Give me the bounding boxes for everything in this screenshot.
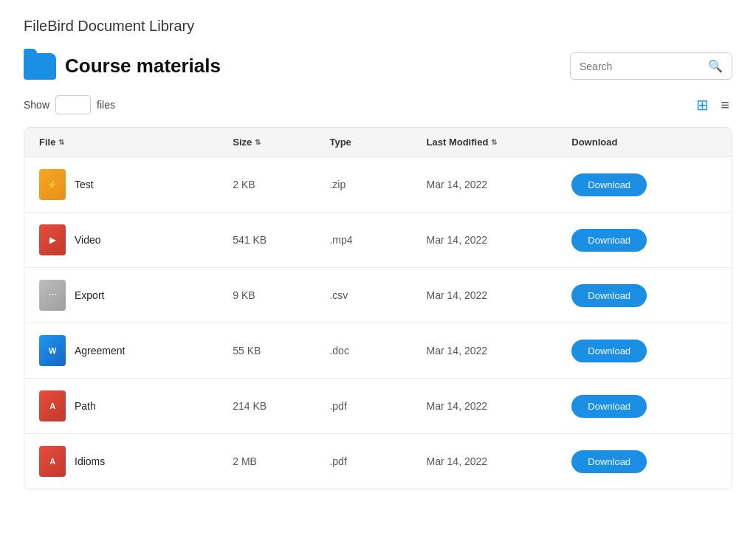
file-cell: ⋯ Export (39, 280, 233, 311)
download-cell: Download (571, 229, 717, 252)
download-button[interactable]: Download (571, 173, 647, 196)
file-type: .csv (329, 289, 426, 301)
file-name: Video (75, 234, 101, 246)
file-icon-doc: W (39, 335, 66, 366)
file-icon-mp4: ▶ (39, 224, 66, 255)
table-row: ⚡ Test 2 KB .zip Mar 14, 2022 Download (24, 157, 732, 213)
file-icon-symbol: ⋯ (49, 291, 57, 300)
col-size[interactable]: Size ⇅ (233, 137, 329, 148)
file-size: 55 KB (233, 345, 329, 357)
download-button[interactable]: Download (571, 229, 647, 252)
show-files-control: Show 10 files (24, 95, 115, 114)
file-icon-symbol: ⚡ (47, 180, 58, 190)
col-download: Download (571, 137, 717, 148)
file-table: File ⇅ Size ⇅ Type Last Modified ⇅ Downl… (24, 127, 732, 489)
file-name: Path (75, 400, 96, 412)
download-cell: Download (571, 340, 717, 362)
controls-row: Show 10 files ⊞ ≡ (24, 94, 732, 115)
col-file[interactable]: File ⇅ (39, 137, 233, 148)
file-cell: A Path (39, 390, 233, 421)
download-button[interactable]: Download (571, 395, 647, 418)
file-name: Export (75, 289, 104, 301)
file-name: Idioms (75, 455, 105, 467)
table-body: ⚡ Test 2 KB .zip Mar 14, 2022 Download ▶… (24, 157, 732, 489)
file-type: .pdf (329, 455, 426, 467)
file-modified: Mar 14, 2022 (427, 289, 572, 301)
col-type: Type (329, 137, 426, 148)
table-row: ▶ Video 541 KB .mp4 Mar 14, 2022 Downloa… (24, 213, 732, 268)
file-size: 2 KB (233, 179, 329, 190)
file-icon-pdf: A (39, 390, 66, 421)
folder-icon (24, 53, 56, 80)
table-row: W Agreement 55 KB .doc Mar 14, 2022 Down… (24, 323, 732, 379)
col-modified[interactable]: Last Modified ⇅ (427, 137, 572, 148)
file-size: 9 KB (233, 289, 329, 301)
table-row: A Idioms 2 MB .pdf Mar 14, 2022 Download (24, 434, 732, 489)
col-download-label: Download (571, 137, 617, 148)
file-type: .pdf (329, 400, 426, 412)
file-modified: Mar 14, 2022 (427, 455, 572, 467)
search-box: 🔍 (570, 52, 732, 80)
file-type: .zip (329, 179, 426, 190)
download-cell: Download (571, 284, 717, 307)
size-sort-icon: ⇅ (255, 138, 261, 146)
download-cell: Download (571, 173, 717, 196)
col-file-label: File (39, 137, 55, 148)
file-size: 214 KB (233, 400, 329, 412)
file-cell: W Agreement (39, 335, 233, 366)
file-name: Test (75, 179, 94, 190)
file-name: Agreement (75, 345, 125, 357)
file-icon-symbol: ▶ (49, 235, 55, 245)
app-title: FileBird Document Library (24, 18, 732, 35)
file-modified: Mar 14, 2022 (427, 400, 572, 412)
file-size: 541 KB (233, 234, 329, 246)
table-row: ⋯ Export 9 KB .csv Mar 14, 2022 Download (24, 268, 732, 323)
modified-sort-icon: ⇅ (491, 138, 497, 146)
view-toggles: ⊞ ≡ (693, 94, 732, 115)
file-type: .mp4 (329, 234, 426, 246)
folder-info: Course materials (24, 53, 221, 80)
download-button[interactable]: Download (571, 284, 647, 307)
col-type-label: Type (329, 137, 351, 148)
file-size: 2 MB (233, 455, 329, 467)
files-label: files (97, 99, 115, 111)
table-header: File ⇅ Size ⇅ Type Last Modified ⇅ Downl… (24, 128, 732, 157)
file-icon-symbol: W (49, 346, 56, 355)
search-icon: 🔍 (708, 59, 723, 73)
file-modified: Mar 14, 2022 (427, 179, 572, 190)
show-label: Show (24, 99, 49, 111)
file-cell: A Idioms (39, 446, 233, 477)
download-cell: Download (571, 450, 717, 473)
file-sort-icon: ⇅ (58, 138, 64, 146)
file-type: .doc (329, 345, 426, 357)
file-modified: Mar 14, 2022 (427, 234, 572, 246)
file-modified: Mar 14, 2022 (427, 345, 572, 357)
file-icon-zip: ⚡ (39, 169, 66, 200)
download-button[interactable]: Download (571, 340, 647, 362)
file-cell: ▶ Video (39, 224, 233, 255)
show-count-input[interactable]: 10 (55, 95, 91, 114)
folder-name: Course materials (65, 55, 221, 78)
search-input[interactable] (580, 61, 702, 72)
header-row: Course materials 🔍 (24, 52, 732, 80)
file-icon-csv: ⋯ (39, 280, 66, 311)
download-cell: Download (571, 395, 717, 418)
file-icon-symbol: A (49, 402, 55, 410)
file-icon-pdf: A (39, 446, 66, 477)
list-view-button[interactable]: ≡ (718, 94, 732, 115)
table-row: A Path 214 KB .pdf Mar 14, 2022 Download (24, 379, 732, 434)
download-button[interactable]: Download (571, 450, 647, 473)
grid-view-button[interactable]: ⊞ (693, 94, 712, 115)
file-cell: ⚡ Test (39, 169, 233, 200)
col-size-label: Size (233, 137, 252, 148)
file-icon-symbol: A (49, 457, 55, 466)
col-modified-label: Last Modified (427, 137, 489, 148)
